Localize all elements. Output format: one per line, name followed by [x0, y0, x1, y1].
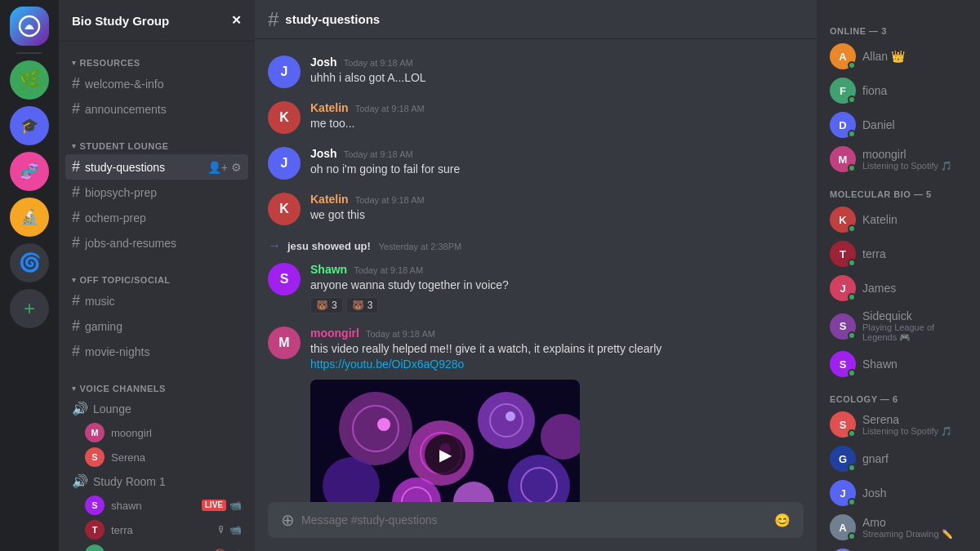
channel-study-questions[interactable]: # study-questions 👤+ ⚙ — [65, 154, 248, 180]
message-author[interactable]: Katelin — [310, 101, 349, 114]
member-item-allan[interactable]: A Allan 👑 — [823, 39, 973, 73]
category-student-lounge[interactable]: ▾ STUDENT LOUNGE — [65, 138, 248, 154]
off-topic-section: ▾ OFF TOPIC/SOCIAL # music # gaming # mo… — [59, 259, 255, 367]
server-icon-6[interactable]: 🌀 — [10, 243, 49, 282]
voice-member-moongirl[interactable]: M moongirl — [65, 420, 248, 445]
avatar: J — [830, 275, 856, 301]
message-timestamp: Today at 9:18 AM — [344, 58, 413, 68]
member-info: Katelin — [862, 213, 967, 226]
member-item-katelin[interactable]: K Katelin — [823, 202, 973, 237]
member-item-fiona[interactable]: F fiona — [823, 73, 973, 108]
reaction-count: 3 — [368, 300, 373, 311]
channel-sidebar: Bio Study Group ✕ ▾ RESOURCES # welcome-… — [59, 0, 255, 551]
add-member-icon[interactable]: 👤+ — [207, 161, 228, 174]
message-author[interactable]: Josh — [310, 56, 337, 69]
category-off-topic[interactable]: ▾ OFF TOPIC/SOCIAL — [65, 272, 248, 288]
member-name: Serena — [862, 413, 967, 426]
channel-label: ochem-prep — [85, 211, 242, 224]
member-item-daniel[interactable]: D Daniel — [823, 108, 973, 142]
voice-member-name: moongirl — [111, 427, 242, 439]
voice-channel-study-room-1[interactable]: 🔊 Study Room 1 — [65, 469, 248, 493]
reaction[interactable]: 🐻 3 — [346, 297, 379, 313]
resources-section: ▾ RESOURCES # welcome-&-info # announcem… — [59, 42, 255, 125]
status-dot — [848, 96, 856, 104]
member-item-shawn[interactable]: S Shawn — [823, 347, 973, 381]
channel-biopsych-prep[interactable]: # biopsych-prep — [65, 180, 248, 205]
message-group: M moongirl Today at 9:18 AM this video r… — [268, 323, 804, 502]
status-dot — [848, 61, 856, 69]
member-item-gnarf[interactable]: G gnarf — [823, 442, 973, 476]
plus-icon[interactable]: ⊕ — [281, 510, 295, 530]
message-timestamp: Today at 9:18 AM — [354, 265, 423, 275]
member-name: Josh — [862, 487, 967, 500]
voice-member-shawn[interactable]: S shawn LIVE 📹 — [65, 493, 248, 518]
server-icon-2[interactable]: 🌿 — [10, 60, 49, 100]
member-info: Shawn — [862, 358, 967, 371]
video-link[interactable]: https://youtu.be/OiDx6aQ928o — [310, 358, 464, 371]
voice-channel-lounge-label: Lounge — [93, 402, 131, 415]
emoji-icon[interactable]: 😊 — [774, 513, 791, 528]
channel-label: gaming — [85, 320, 242, 333]
message-text: anyone wanna study together in voice? — [310, 278, 804, 294]
member-item-serena[interactable]: S Serena Listening to Spotify 🎵 — [823, 407, 973, 442]
video-thumbnail: ▶ — [310, 380, 580, 502]
video-embed[interactable]: ▶ — [310, 380, 580, 502]
video-icon: 📹 — [229, 500, 242, 511]
member-item-james[interactable]: J James — [823, 271, 973, 305]
message-input[interactable] — [301, 513, 768, 527]
server-header[interactable]: Bio Study Group ✕ — [59, 0, 255, 42]
reaction[interactable]: 🐻 3 — [310, 297, 343, 313]
chat-header: # study-questions — [255, 0, 817, 39]
chevron-down-icon: ✕ — [231, 13, 242, 28]
server-icon-3[interactable]: 🎓 — [10, 106, 49, 145]
member-name: gnarf — [862, 452, 967, 465]
mute-icon: 🎙 — [216, 524, 226, 535]
member-category-ecology: ECOLOGY — 6 — [823, 381, 973, 407]
member-name: Shawn — [862, 358, 967, 371]
member-item-moongirl[interactable]: M moongirl Listening to Spotify 🎵 — [823, 142, 973, 176]
avatar: D — [830, 112, 856, 138]
avatar: K — [268, 193, 301, 225]
speaker-icon: 🔊 — [72, 401, 88, 416]
message-author[interactable]: moongirl — [310, 327, 359, 340]
category-voice[interactable]: ▾ VOICE CHANNELS — [65, 380, 248, 397]
member-item-amo[interactable]: A Amo Streaming Drawing ✏️ — [823, 510, 973, 544]
server-icon-4[interactable]: 🧬 — [10, 152, 49, 191]
add-server-button[interactable]: + — [10, 289, 49, 328]
voice-member-fiona[interactable]: F fiona 🔇 📹 — [65, 542, 248, 551]
main-content: # study-questions J Josh Today at 9:18 A… — [255, 0, 817, 551]
settings-icon[interactable]: ⚙ — [231, 161, 242, 174]
member-item-sidequick[interactable]: S Sidequick Playing League of Legends 🎮 — [823, 305, 973, 347]
hash-icon: # — [72, 343, 80, 360]
reactions: 🐻 3 🐻 3 — [310, 297, 804, 313]
channel-ochem-prep[interactable]: # ochem-prep — [65, 205, 248, 230]
channel-music[interactable]: # music — [65, 288, 248, 313]
channel-announcements[interactable]: # announcements — [65, 96, 248, 122]
channel-jobs-and-resumes[interactable]: # jobs-and-resumes — [65, 230, 248, 256]
hash-icon: # — [268, 8, 278, 31]
message-author[interactable]: Katelin — [310, 193, 349, 206]
voice-member-serena[interactable]: S Serena — [65, 445, 248, 469]
channel-gaming[interactable]: # gaming — [65, 313, 248, 339]
member-item-muffins[interactable]: M muffins — [823, 544, 973, 551]
voice-channel-lounge[interactable]: 🔊 Lounge — [65, 397, 248, 420]
message-group: K Katelin Today at 9:18 AM we got this — [268, 189, 804, 229]
member-item-terra[interactable]: T terra — [823, 237, 973, 271]
member-subtext: Streaming Drawing ✏️ — [862, 529, 967, 540]
server-icon-5[interactable]: 🔬 — [10, 198, 49, 237]
server-icon-main[interactable] — [10, 7, 49, 46]
message-content: Shawn Today at 9:18 AM anyone wanna stud… — [310, 263, 804, 313]
voice-member-terra[interactable]: T terra 🎙 📹 — [65, 518, 248, 542]
message-text: me too... — [310, 116, 804, 132]
channel-movie-nights[interactable]: # movie-nights — [65, 339, 248, 364]
play-button[interactable]: ▶ — [425, 434, 466, 475]
member-item-josh[interactable]: J Josh — [823, 476, 973, 510]
voice-member-name: terra — [111, 524, 210, 536]
chat-input-box: ⊕ 😊 — [268, 502, 804, 538]
category-resources[interactable]: ▾ RESOURCES — [65, 55, 248, 71]
avatar: F — [85, 544, 105, 551]
channel-welcome-info[interactable]: # welcome-&-info — [65, 71, 248, 96]
message-author[interactable]: Shawn — [310, 263, 347, 276]
message-author[interactable]: Josh — [310, 147, 337, 160]
avatar: S — [830, 351, 856, 377]
